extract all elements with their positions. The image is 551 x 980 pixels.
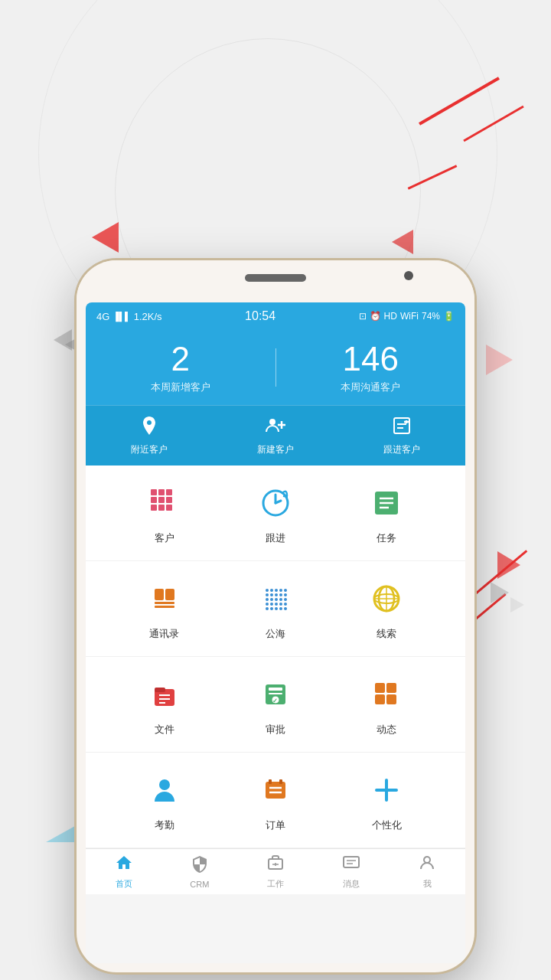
svg-point-40 bbox=[284, 598, 287, 601]
files-label: 文件 bbox=[155, 723, 174, 737]
phone-frame: 4G ▐▌▌ 1.2K/s 10:54 ⊡ ⏰ HD WiFi 74% 🔋 2 … bbox=[77, 260, 474, 972]
nav-home-label: 首页 bbox=[116, 878, 132, 890]
svg-point-26 bbox=[266, 589, 269, 592]
nav-crm-label: CRM bbox=[190, 880, 209, 889]
me-icon bbox=[418, 854, 436, 877]
network-type: 4G bbox=[96, 311, 109, 322]
nav-me-label: 我 bbox=[423, 878, 432, 890]
phone-notch bbox=[77, 260, 474, 302]
status-right: ⊡ ⏰ HD WiFi 74% 🔋 bbox=[359, 311, 455, 322]
new-customer-icon bbox=[265, 415, 286, 439]
stat-new-number: 2 bbox=[86, 341, 276, 377]
quick-action-nearby[interactable]: 附近客户 bbox=[131, 415, 168, 456]
stats-row: 2 本周新增客户 146 本周沟通客户 bbox=[86, 341, 465, 405]
svg-rect-67 bbox=[386, 683, 396, 693]
svg-point-46 bbox=[266, 607, 269, 610]
battery-pct: 74% bbox=[422, 311, 440, 322]
crm-icon bbox=[191, 855, 209, 878]
nearby-icon bbox=[139, 415, 160, 439]
leads-label: 线索 bbox=[377, 627, 396, 641]
leads-icon bbox=[364, 577, 409, 621]
follow-icon bbox=[391, 415, 412, 439]
nav-home[interactable]: 首页 bbox=[86, 854, 161, 890]
header-stats: 2 本周新增客户 146 本周沟通客户 附近客户 bbox=[86, 330, 465, 466]
hd-label: HD bbox=[384, 311, 397, 322]
files-icon bbox=[142, 672, 187, 717]
svg-point-29 bbox=[279, 589, 282, 592]
public-label: 公海 bbox=[266, 627, 285, 641]
order-icon bbox=[253, 768, 298, 812]
nav-work-label: 工作 bbox=[267, 878, 284, 890]
nav-message[interactable]: 消息 bbox=[314, 854, 390, 890]
svg-point-34 bbox=[279, 593, 282, 596]
home-icon bbox=[115, 854, 133, 877]
app-leads[interactable]: 线索 bbox=[356, 577, 417, 641]
attendance-label: 考勤 bbox=[155, 818, 174, 832]
stat-contacted-number: 146 bbox=[276, 341, 466, 377]
svg-point-42 bbox=[270, 603, 273, 606]
app-customer[interactable]: 客户 bbox=[134, 481, 195, 545]
status-left: 4G ▐▌▌ 1.2K/s bbox=[96, 311, 162, 322]
app-row-1: 客户 跟进 bbox=[86, 466, 465, 561]
contacts-label: 通讯录 bbox=[149, 627, 179, 641]
svg-rect-57 bbox=[155, 688, 165, 692]
quick-actions-bar: 附近客户 新建客户 bbox=[86, 405, 465, 466]
dynamic-icon bbox=[364, 672, 409, 717]
work-icon bbox=[266, 854, 285, 877]
svg-rect-22 bbox=[155, 589, 164, 600]
svg-rect-8 bbox=[151, 489, 157, 495]
svg-point-36 bbox=[266, 598, 269, 601]
customer-icon bbox=[142, 481, 187, 525]
followup-icon bbox=[253, 481, 298, 525]
signal-bars: ▐▌▌ bbox=[112, 312, 130, 321]
bottom-nav: 首页 CRM 工作 bbox=[86, 848, 465, 894]
approve-label: 审批 bbox=[266, 723, 285, 737]
app-task[interactable]: 任务 bbox=[356, 481, 417, 545]
custom-icon bbox=[364, 768, 409, 812]
app-files[interactable]: 文件 bbox=[134, 672, 195, 737]
new-customer-label: 新建客户 bbox=[257, 443, 294, 456]
app-contacts[interactable]: 通讯录 bbox=[134, 577, 195, 641]
app-dynamic[interactable]: 动态 bbox=[356, 672, 417, 737]
svg-rect-69 bbox=[386, 694, 396, 704]
status-time: 10:54 bbox=[245, 309, 276, 323]
nav-work[interactable]: 工作 bbox=[237, 854, 313, 890]
app-row-3: 文件 ✓ 审批 bbox=[86, 657, 465, 753]
status-bar: 4G ▐▌▌ 1.2K/s 10:54 ⊡ ⏰ HD WiFi 74% 🔋 bbox=[86, 302, 465, 330]
svg-point-38 bbox=[275, 598, 278, 601]
svg-rect-68 bbox=[375, 694, 385, 704]
followup-label: 跟进 bbox=[266, 531, 285, 545]
follow-label: 跟进客户 bbox=[383, 443, 420, 456]
app-row-2: 通讯录 bbox=[86, 561, 465, 657]
app-grid: 客户 跟进 bbox=[86, 466, 465, 848]
svg-rect-15 bbox=[158, 505, 165, 511]
network-speed: 1.2K/s bbox=[134, 311, 162, 322]
stat-new-customers: 2 本周新增客户 bbox=[86, 341, 276, 394]
quick-action-new[interactable]: 新建客户 bbox=[257, 415, 294, 456]
svg-point-45 bbox=[284, 603, 287, 606]
app-attendance[interactable]: 考勤 bbox=[134, 768, 195, 832]
contacts-icon bbox=[142, 577, 187, 621]
svg-point-44 bbox=[279, 603, 282, 606]
svg-rect-62 bbox=[269, 688, 282, 691]
svg-rect-71 bbox=[266, 782, 285, 799]
svg-rect-63 bbox=[269, 693, 282, 694]
dynamic-label: 动态 bbox=[377, 723, 396, 737]
app-followup[interactable]: 跟进 bbox=[245, 481, 306, 545]
svg-point-31 bbox=[266, 593, 269, 596]
svg-rect-25 bbox=[155, 606, 174, 608]
sim-icon: ⊡ bbox=[359, 311, 367, 322]
app-public[interactable]: 公海 bbox=[245, 577, 306, 641]
nav-me[interactable]: 我 bbox=[390, 854, 465, 890]
app-approve[interactable]: ✓ 审批 bbox=[245, 672, 306, 737]
phone-speaker bbox=[245, 274, 306, 282]
quick-action-follow[interactable]: 跟进客户 bbox=[383, 415, 420, 456]
svg-point-30 bbox=[284, 589, 287, 592]
attendance-icon bbox=[142, 768, 187, 812]
public-icon bbox=[253, 577, 298, 621]
app-custom[interactable]: 个性化 bbox=[356, 768, 417, 832]
app-order[interactable]: 订单 bbox=[245, 768, 306, 832]
nav-crm[interactable]: CRM bbox=[161, 855, 237, 889]
svg-point-28 bbox=[275, 589, 278, 592]
app-row-4: 考勤 订单 bbox=[86, 753, 465, 848]
